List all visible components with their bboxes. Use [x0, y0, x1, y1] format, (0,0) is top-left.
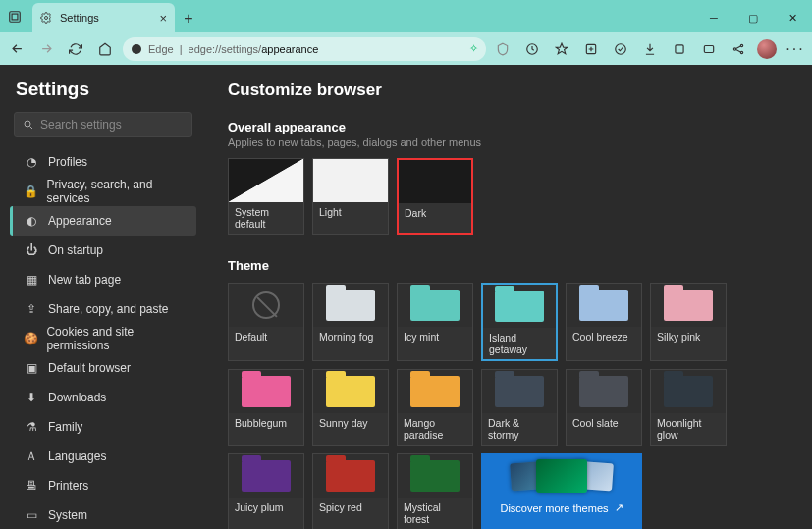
theme-option-label: Icy mint — [398, 327, 472, 346]
theme-option-label: Default — [229, 327, 303, 346]
close-tab-icon[interactable]: × — [159, 11, 167, 26]
sidebar-item-default-browser[interactable]: ▣Default browser — [10, 353, 196, 383]
more-menu-button[interactable]: ··· — [785, 38, 806, 60]
close-window-button[interactable]: ✕ — [773, 3, 812, 32]
sidebar-item-share-copy-and-paste[interactable]: ⇪Share, copy, and paste — [10, 294, 196, 324]
search-settings-input[interactable]: Search settings — [14, 112, 192, 137]
sidebar-item-label: Appearance — [48, 214, 112, 228]
sidebar-item-system[interactable]: ▭System — [10, 501, 196, 529]
sidebar-item-icon: ⬇ — [23, 391, 40, 404]
sidebar-item-languages[interactable]: ＡLanguages — [10, 442, 196, 471]
toolbar: Edge | edge://settings/appearance ✧ ··· — [0, 32, 812, 65]
site-identity-icon[interactable] — [131, 43, 142, 55]
sidebar-item-family[interactable]: ⚗Family — [10, 412, 196, 442]
theme-option-spicy-red[interactable]: Spicy red — [312, 453, 389, 529]
theme-option-label: Silky pink — [651, 327, 726, 346]
refresh-button[interactable] — [65, 36, 88, 62]
sidebar-item-downloads[interactable]: ⬇Downloads — [10, 383, 196, 412]
sidebar-item-icon: ▭ — [23, 508, 40, 522]
theme-swatch — [229, 370, 303, 413]
theme-option-moonlight-glow[interactable]: Moonlight glow — [650, 369, 727, 446]
sidebar-item-privacy-search-and-services[interactable]: 🔒Privacy, search, and services — [10, 177, 196, 206]
sidebar-item-label: New tab page — [48, 273, 121, 287]
collections-icon[interactable] — [580, 38, 602, 60]
sidebar-item-icon: ◐ — [23, 214, 40, 228]
share-icon[interactable] — [728, 38, 749, 60]
svg-point-10 — [740, 44, 742, 46]
theme-option-dark-stormy[interactable]: Dark & stormy — [481, 369, 558, 446]
extensions-icon[interactable] — [669, 38, 690, 60]
titlebar: Settings × + ─ ▢ ✕ — [0, 0, 812, 32]
theme-option-morning-fog[interactable]: Morning fog — [312, 283, 389, 361]
sidebar-item-printers[interactable]: 🖶Printers — [10, 471, 196, 501]
sidebar-item-icon: 🖶 — [23, 479, 40, 493]
sidebar-item-icon: ⚗ — [23, 420, 40, 434]
theme-option-juicy-plum[interactable]: Juicy plum — [228, 453, 304, 529]
theme-option-label: Mango paradise — [398, 413, 472, 445]
svg-point-2 — [45, 17, 48, 20]
theme-option-bubblegum[interactable]: Bubblegum — [228, 369, 304, 446]
svg-rect-0 — [10, 11, 21, 22]
sidebar-item-label: Printers — [48, 479, 88, 493]
screenshot-icon[interactable] — [698, 38, 720, 60]
theme-option-silky-pink[interactable]: Silky pink — [650, 283, 727, 361]
sidebar-item-cookies-and-site-permissions[interactable]: 🍪Cookies and site permissions — [10, 324, 196, 353]
theme-option-cool-slate[interactable]: Cool slate — [566, 369, 642, 446]
theme-swatch — [651, 284, 726, 327]
maximize-button[interactable]: ▢ — [733, 3, 773, 32]
sidebar-item-label: Languages — [48, 450, 106, 463]
favorite-icon[interactable]: ✧ — [469, 42, 478, 55]
theme-swatch — [398, 284, 472, 327]
theme-option-sunny-day[interactable]: Sunny day — [312, 369, 389, 446]
sidebar-item-on-startup[interactable]: ⏻On startup — [10, 236, 196, 265]
minimize-button[interactable]: ─ — [694, 3, 733, 32]
sidebar-item-icon: ⇪ — [23, 302, 40, 316]
sidebar-item-label: Cookies and site permissions — [46, 325, 187, 352]
svg-point-6 — [616, 43, 626, 54]
profile-avatar[interactable] — [757, 39, 777, 59]
home-button[interactable] — [93, 36, 117, 62]
new-tab-button[interactable]: + — [175, 5, 202, 32]
theme-option-default[interactable]: Default — [228, 283, 304, 361]
theme-option-island-getaway[interactable]: Island getaway — [481, 283, 558, 361]
favorites-icon[interactable] — [551, 38, 572, 60]
sync-icon[interactable] — [521, 38, 543, 60]
sidebar-item-label: Privacy, search, and services — [47, 178, 187, 205]
address-bar[interactable]: Edge | edge://settings/appearance ✧ — [123, 37, 486, 61]
appearance-option-dark[interactable]: Dark — [397, 158, 473, 235]
tab-title: Settings — [60, 12, 99, 24]
discover-more-themes[interactable]: Discover more themes↗ — [481, 453, 642, 529]
url-scheme: edge:// — [189, 43, 222, 55]
theme-swatch — [229, 284, 303, 327]
appearance-swatch — [313, 159, 388, 202]
theme-option-mystical-forest[interactable]: Mystical forest — [397, 453, 473, 529]
sidebar-item-new-tab-page[interactable]: ▦New tab page — [10, 265, 196, 294]
back-button[interactable] — [6, 36, 29, 62]
theme-option-label: Sunny day — [313, 413, 388, 433]
appearance-option-system-default[interactable]: System default — [228, 158, 304, 235]
sidebar-item-appearance[interactable]: ◐Appearance — [10, 206, 196, 236]
appearance-option-light[interactable]: Light — [312, 158, 389, 235]
theme-swatch — [483, 285, 556, 328]
forward-button[interactable] — [35, 36, 59, 62]
sidebar-nav: ◔Profiles🔒Privacy, search, and services◐… — [10, 147, 196, 529]
history-icon[interactable] — [610, 38, 631, 60]
svg-point-9 — [733, 47, 735, 49]
search-icon — [23, 119, 34, 131]
theme-swatch — [482, 370, 557, 413]
tracking-icon[interactable] — [492, 38, 514, 60]
downloads-icon[interactable] — [639, 38, 661, 60]
url-path-prefix: settings/ — [221, 43, 261, 55]
sidebar-item-label: Family — [48, 420, 82, 434]
appearance-option-label: Light — [313, 202, 388, 222]
browser-tab[interactable]: Settings × — [32, 3, 175, 32]
appearance-swatch — [229, 159, 303, 202]
theme-swatch — [567, 284, 641, 327]
theme-option-icy-mint[interactable]: Icy mint — [397, 283, 473, 361]
theme-option-mango-paradise[interactable]: Mango paradise — [397, 369, 473, 446]
sidebar-item-profiles[interactable]: ◔Profiles — [10, 147, 196, 177]
overall-appearance-options: System defaultLightDark — [228, 158, 790, 235]
theme-option-cool-breeze[interactable]: Cool breeze — [566, 283, 642, 361]
theme-option-label: Juicy plum — [229, 498, 303, 517]
theme-option-label: Cool breeze — [567, 327, 641, 346]
